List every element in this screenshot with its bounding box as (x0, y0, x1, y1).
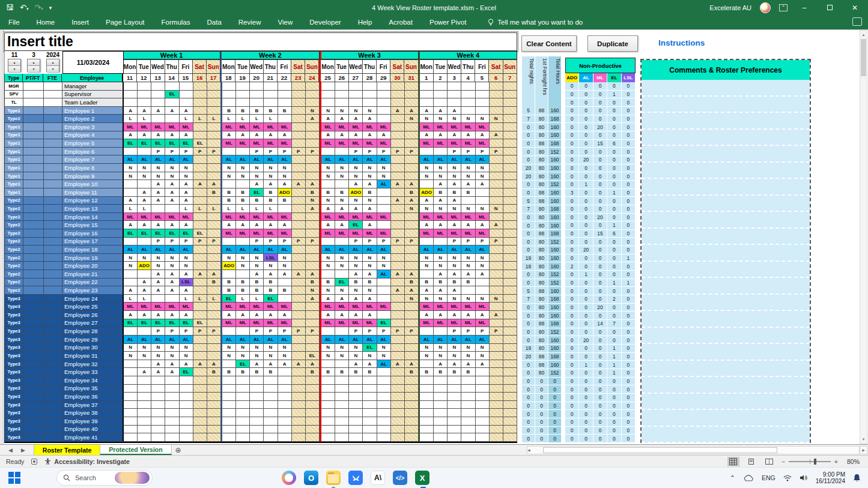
roster-shift-cell[interactable] (292, 107, 306, 115)
roster-shift-cell[interactable]: EL (180, 319, 193, 328)
roster-shift-cell[interactable]: A (124, 221, 138, 229)
roster-shift-cell[interactable] (490, 164, 503, 172)
roster-shift-cell[interactable]: ML (264, 213, 278, 221)
row-type-cell[interactable]: Type1 (5, 131, 23, 140)
redo-icon[interactable]: ↷▾ (34, 3, 43, 12)
roster-shift-cell[interactable]: EL (124, 139, 138, 148)
comment-row[interactable] (642, 394, 810, 411)
roster-shift-cell[interactable] (292, 401, 306, 409)
roster-shift-cell[interactable]: A (349, 180, 363, 188)
roster-shift-cell[interactable] (250, 91, 264, 99)
roster-shift-cell[interactable]: P (207, 148, 221, 156)
roster-shift-cell[interactable]: A (221, 311, 236, 319)
roster-shift-cell[interactable]: A (363, 221, 377, 229)
page-break-preview-icon[interactable] (763, 457, 775, 466)
roster-shift-cell[interactable]: L (124, 295, 138, 303)
roster-shift-cell[interactable]: N (320, 107, 335, 115)
roster-shift-cell[interactable] (292, 213, 306, 221)
roster-shift-cell[interactable] (419, 238, 434, 246)
roster-shift-cell[interactable]: ML (349, 139, 363, 148)
roster-shift-cell[interactable]: AL (264, 336, 278, 344)
roster-shift-cell[interactable] (434, 98, 448, 107)
roster-shift-cell[interactable]: AL (461, 246, 475, 254)
roster-shift-cell[interactable]: A (461, 180, 475, 188)
roster-shift-cell[interactable]: L (264, 115, 278, 123)
roster-shift-cell[interactable] (236, 82, 250, 91)
roster-shift-cell[interactable] (349, 426, 363, 434)
roster-shift-cell[interactable] (377, 376, 391, 385)
row-ptft-cell[interactable] (23, 98, 44, 107)
roster-shift-cell[interactable] (377, 279, 391, 287)
row-type-cell[interactable]: Type3 (5, 336, 23, 344)
roster-shift-cell[interactable]: EL (193, 139, 207, 148)
row-ptft-cell[interactable] (23, 311, 44, 319)
roster-shift-cell[interactable] (405, 401, 419, 409)
roster-shift-cell[interactable] (207, 123, 221, 131)
roster-shift-cell[interactable]: ML (448, 229, 461, 238)
row-type-cell[interactable]: Type3 (5, 295, 23, 303)
roster-shift-cell[interactable]: AL (461, 155, 475, 164)
comment-row[interactable] (642, 311, 810, 328)
roster-shift-cell[interactable]: L (236, 295, 250, 303)
employee-name-cell[interactable]: Employee 21 (62, 270, 124, 279)
roster-shift-cell[interactable] (278, 115, 292, 123)
roster-shift-cell[interactable]: P (490, 148, 503, 156)
roster-shift-cell[interactable] (363, 82, 377, 91)
roster-shift-cell[interactable] (490, 376, 503, 385)
roster-shift-cell[interactable]: ML (434, 303, 448, 311)
roster-shift-cell[interactable] (207, 164, 221, 172)
row-ptft-cell[interactable] (23, 213, 44, 221)
ribbon-tab-help[interactable]: Help (350, 15, 381, 29)
roster-shift-cell[interactable]: P (476, 148, 490, 156)
roster-shift-cell[interactable] (335, 82, 349, 91)
new-sheet-icon[interactable]: ⊕ (172, 445, 185, 455)
roster-shift-cell[interactable]: N (363, 352, 377, 360)
roster-shift-cell[interactable]: P (476, 327, 490, 336)
roster-shift-cell[interactable]: AL (377, 270, 391, 279)
employee-name-cell[interactable]: Employee 29 (62, 336, 124, 344)
roster-shift-cell[interactable]: L (207, 115, 221, 123)
roster-shift-cell[interactable] (391, 139, 405, 148)
roster-shift-cell[interactable] (278, 368, 292, 376)
roster-shift-cell[interactable] (335, 409, 349, 417)
roster-shift-cell[interactable] (448, 393, 461, 401)
roster-shift-cell[interactable] (349, 393, 363, 401)
roster-shift-cell[interactable] (490, 401, 503, 409)
roster-shift-cell[interactable]: L (250, 205, 264, 213)
roster-shift-cell[interactable]: N (250, 344, 264, 352)
roster-shift-cell[interactable] (151, 295, 165, 303)
roster-shift-cell[interactable]: A (335, 295, 349, 303)
roster-shift-cell[interactable]: A (349, 205, 363, 213)
roster-shift-cell[interactable] (377, 82, 391, 91)
roster-shift-cell[interactable]: N (490, 115, 503, 123)
roster-shift-cell[interactable] (165, 98, 179, 107)
roster-shift-cell[interactable]: ML (221, 229, 236, 238)
roster-shift-cell[interactable]: N (138, 164, 151, 172)
roster-shift-cell[interactable] (349, 409, 363, 417)
roster-shift-cell[interactable]: ADO (278, 188, 292, 197)
roster-shift-cell[interactable]: P (306, 238, 320, 246)
roster-shift-cell[interactable] (320, 148, 335, 156)
roster-shift-cell[interactable]: P (405, 327, 419, 336)
roster-shift-cell[interactable]: N (124, 262, 138, 270)
roster-shift-cell[interactable]: B (461, 368, 475, 376)
roster-shift-cell[interactable] (124, 98, 138, 107)
roster-shift-cell[interactable] (377, 205, 391, 213)
roster-shift-cell[interactable] (377, 426, 391, 434)
roster-shift-cell[interactable] (490, 368, 503, 376)
roster-shift-cell[interactable] (306, 254, 320, 262)
search-box[interactable]: Search (56, 470, 153, 486)
roster-shift-cell[interactable]: N (151, 262, 165, 270)
roster-shift-cell[interactable] (405, 409, 419, 417)
roster-shift-cell[interactable] (124, 433, 138, 442)
roster-shift-cell[interactable] (503, 82, 517, 91)
row-fte-cell[interactable] (44, 107, 62, 115)
roster-shift-cell[interactable]: A (434, 270, 448, 279)
roster-shift-cell[interactable]: N (476, 344, 490, 352)
roster-shift-cell[interactable]: P (306, 327, 320, 336)
roster-shift-cell[interactable]: B (250, 107, 264, 115)
roster-shift-cell[interactable]: AL (278, 336, 292, 344)
roster-shift-cell[interactable]: P (165, 148, 179, 156)
roster-shift-cell[interactable]: P (278, 327, 292, 336)
roster-shift-cell[interactable]: A (151, 197, 165, 205)
